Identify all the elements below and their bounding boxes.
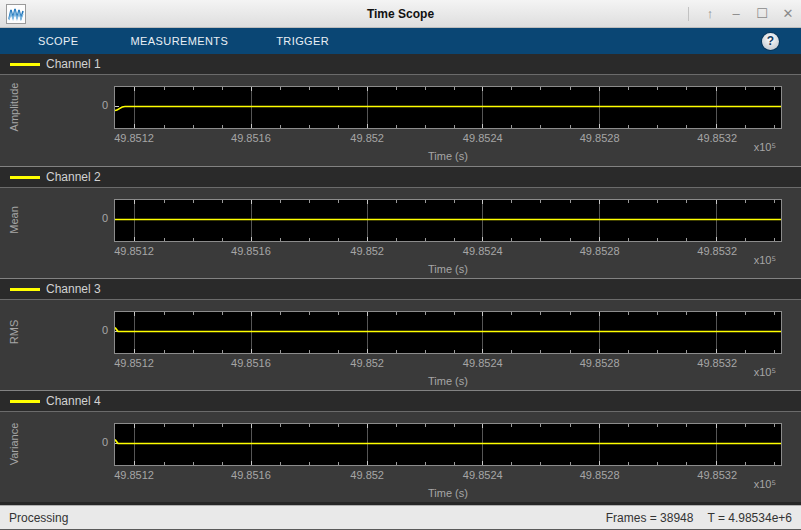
legend-label: Channel 4 [46,394,101,408]
x-tick-label: 49.8532 [697,469,737,481]
x-axis-row: Time (s) x10⁵ [114,371,782,389]
x-tick-label: 49.8528 [580,357,620,369]
window-controls: ↑–☐✕ [688,7,795,21]
x-axis-label: Time (s) [428,487,468,499]
channel-panel: Channel 3 RMS 0 49.851249.851649.85249.8… [0,278,801,390]
y-tick-label: 0 [86,436,108,448]
help-icon[interactable]: ? [762,33,779,50]
x-tick-labels: 49.851249.851649.85249.852449.852849.853… [114,357,782,370]
plot-axes[interactable] [114,86,782,129]
controls-divider [688,7,689,21]
legend-line-sample [10,400,40,403]
x-tick-label: 49.852 [350,469,384,481]
y-axis-label: Mean [8,206,20,234]
x-tick-label: 49.852 [350,245,384,257]
channels: Channel 1 Amplitude 0 49.851249.851649.8… [0,54,801,505]
x-axis-label: Time (s) [428,150,468,162]
x-tick-label: 49.8512 [114,245,154,257]
legend-line-sample [10,63,40,66]
axis-exponent-label: x10⁵ [754,141,776,153]
channel-legend[interactable]: Channel 1 [0,54,801,75]
channel-legend[interactable]: Channel 2 [0,167,801,188]
x-tick-label: 49.8532 [697,245,737,257]
plot-axes[interactable] [114,423,782,466]
legend-line-sample [10,176,40,179]
x-tick-label: 49.8524 [463,357,503,369]
y-tick-label: 0 [86,99,108,111]
x-tick-labels: 49.851249.851649.85249.852449.852849.853… [114,132,782,145]
maximize-icon[interactable]: ☐ [755,7,769,20]
status-frames: Frames = 38948 [606,511,694,525]
toolstrip: SCOPEMEASUREMENTSTRIGGER ? [0,28,801,54]
statusbar: Processing Frames = 38948 T = 4.98534e+6 [0,505,801,530]
channel-panel: Channel 2 Mean 0 49.851249.851649.85249.… [0,166,801,278]
x-axis-row: Time (s) x10⁵ [114,146,782,164]
x-axis-label: Time (s) [428,263,468,275]
time-scope-window: Time Scope ↑–☐✕ SCOPEMEASUREMENTSTRIGGER… [0,0,801,530]
x-tick-label: 49.8516 [231,132,271,144]
plot-region: Amplitude 0 49.851249.851649.85249.85244… [0,75,801,166]
plot-region: Variance 0 49.851249.851649.85249.852449… [0,412,801,502]
x-tick-label: 49.852 [350,132,384,144]
status-time: T = 4.98534e+6 [707,511,792,525]
x-tick-label: 49.8528 [580,132,620,144]
window-title: Time Scope [0,7,801,21]
x-tick-labels: 49.851249.851649.85249.852449.852849.853… [114,245,782,258]
status-right: Frames = 38948 T = 4.98534e+6 [606,511,792,525]
x-axis-label: Time (s) [428,375,468,387]
x-tick-labels: 49.851249.851649.85249.852449.852849.853… [114,469,782,482]
x-tick-label: 49.8528 [580,245,620,257]
x-tick-label: 49.8516 [231,245,271,257]
x-tick-label: 49.8512 [114,469,154,481]
tab-scope[interactable]: SCOPE [38,35,79,47]
channel-legend[interactable]: Channel 3 [0,279,801,300]
y-axis-label: RMS [8,320,20,344]
plot-axes[interactable] [114,199,782,242]
app-waveform-icon [6,4,26,24]
legend-line-sample [10,288,40,291]
x-tick-label: 49.8524 [463,469,503,481]
channel-panel: Channel 1 Amplitude 0 49.851249.851649.8… [0,54,801,166]
tab-measurements[interactable]: MEASUREMENTS [131,35,229,47]
y-axis-label: Amplitude [8,83,20,132]
x-axis-row: Time (s) x10⁵ [114,259,782,277]
x-tick-label: 49.8532 [697,357,737,369]
titlebar: Time Scope ↑–☐✕ [0,0,801,28]
x-tick-label: 49.8512 [114,132,154,144]
x-tick-label: 49.8516 [231,469,271,481]
y-tick-label: 0 [86,212,108,224]
channel-panel: Channel 4 Variance 0 49.851249.851649.85… [0,390,801,502]
y-tick-label: 0 [86,324,108,336]
x-tick-label: 49.8524 [463,132,503,144]
axis-exponent-label: x10⁵ [754,254,776,266]
legend-label: Channel 2 [46,170,101,184]
x-tick-label: 49.8532 [697,132,737,144]
minimize-icon[interactable]: – [729,7,743,20]
legend-label: Channel 3 [46,282,101,296]
status-processing: Processing [9,511,68,525]
close-icon[interactable]: ✕ [781,7,795,20]
channel-legend[interactable]: Channel 4 [0,391,801,412]
axis-exponent-label: x10⁵ [754,366,776,378]
x-tick-label: 49.8524 [463,245,503,257]
legend-label: Channel 1 [46,57,101,71]
x-tick-label: 49.8512 [114,357,154,369]
plot-axes[interactable] [114,311,782,354]
x-tick-label: 49.852 [350,357,384,369]
x-tick-label: 49.8528 [580,469,620,481]
tab-trigger[interactable]: TRIGGER [276,35,329,47]
axis-exponent-label: x10⁵ [754,478,776,490]
plot-region: RMS 0 49.851249.851649.85249.852449.8528… [0,300,801,390]
x-tick-label: 49.8516 [231,357,271,369]
float-icon[interactable]: ↑ [703,7,717,20]
x-axis-row: Time (s) x10⁵ [114,483,782,501]
plot-region: Mean 0 49.851249.851649.85249.852449.852… [0,188,801,278]
y-axis-label: Variance [8,423,20,466]
